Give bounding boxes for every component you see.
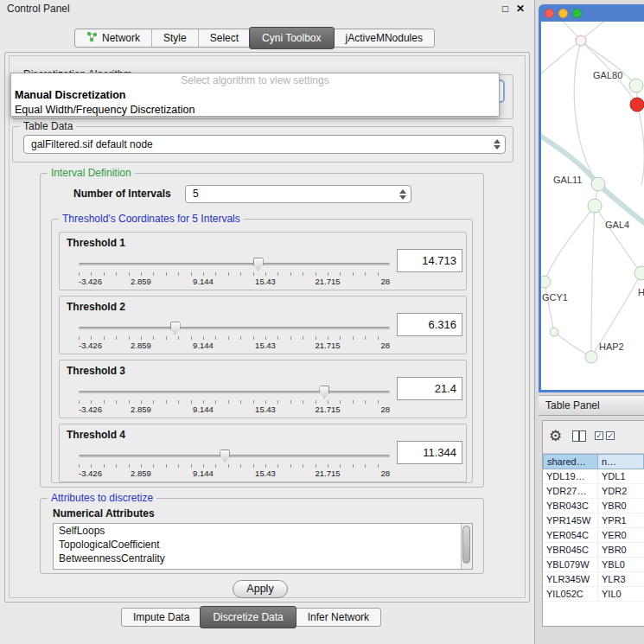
number-of-intervals-select[interactable]: 5: [185, 185, 411, 203]
node[interactable]: [576, 35, 586, 46]
list-scrollbar[interactable]: [461, 524, 472, 569]
close-window-icon[interactable]: ✕: [516, 3, 525, 15]
table-row[interactable]: YBR043C YBR0: [543, 499, 644, 513]
dropdown-option-manual[interactable]: Manual Discretization: [11, 88, 499, 103]
tab-style[interactable]: Style: [151, 29, 198, 47]
tab-select[interactable]: Select: [198, 29, 250, 47]
cell[interactable]: YBR045C: [543, 543, 598, 557]
cell[interactable]: YBL0: [598, 558, 644, 571]
list-item[interactable]: BetweennessCentrality: [54, 552, 472, 565]
window-title: Control Panel: [7, 3, 70, 15]
tab-label: Cyni Toolbox: [262, 32, 321, 44]
network-nodes: [541, 35, 644, 363]
threshold-2-slider-knob[interactable]: [170, 322, 181, 335]
group-title: Threshold's Coordinates for 5 Intervals: [59, 213, 244, 225]
tab-jactivemnodules[interactable]: jActiveMNodules: [334, 29, 434, 47]
node[interactable]: [550, 328, 558, 336]
column-header-name[interactable]: n…: [598, 454, 644, 469]
checkbox-icon[interactable]: ✓: [606, 431, 615, 440]
cell[interactable]: YBR0: [598, 499, 644, 513]
minimize-traffic-light[interactable]: [558, 9, 568, 18]
apply-button[interactable]: Apply: [233, 580, 288, 598]
slider-track[interactable]: [79, 263, 390, 265]
table-row[interactable]: YLR345W YLR3: [543, 572, 644, 587]
node-label-gal80: GAL80: [593, 70, 622, 80]
column-header-shared-name[interactable]: shared…: [543, 454, 598, 469]
slider-track[interactable]: [79, 391, 390, 393]
columns-icon[interactable]: [572, 430, 586, 442]
cell[interactable]: YDL19…: [543, 469, 598, 483]
node-gal11[interactable]: [591, 177, 605, 191]
node-red[interactable]: [630, 98, 644, 112]
threshold-3-slider[interactable]: [79, 385, 390, 399]
slider-scale: -3.426 2.859 9.144 15.43 21.715 28: [79, 469, 390, 478]
cell[interactable]: YER0: [598, 528, 644, 542]
dropdown-option-equal-width[interactable]: Equal Width/Frequency Discretization: [11, 103, 499, 118]
tab-label: Infer Network: [308, 611, 369, 623]
threshold-3-value-field[interactable]: 21.4: [397, 377, 462, 400]
scale-label: 9.144: [193, 341, 214, 350]
list-item[interactable]: TopologicalCoefficient: [54, 538, 472, 552]
table-row[interactable]: YIL052C YIL0: [543, 587, 644, 602]
cell[interactable]: YDR27…: [543, 484, 598, 498]
scale-label: 2.859: [131, 341, 151, 350]
cell[interactable]: YPR1: [598, 513, 644, 527]
table-row[interactable]: YBR045C YBR0: [543, 543, 644, 558]
table-row[interactable]: YDR27… YDR2: [543, 484, 644, 499]
cell[interactable]: YIL0: [598, 587, 644, 601]
zoom-traffic-light[interactable]: [572, 9, 582, 18]
list-item[interactable]: SelfLoops: [54, 524, 472, 538]
node-gcy1[interactable]: [541, 276, 551, 288]
table-body: YDL19… YDL1 YDR27… YDR2 YBR043C YBR0 YPR…: [543, 469, 644, 626]
threshold-2-slider[interactable]: [79, 321, 390, 335]
scale-label: 2.859: [131, 405, 151, 414]
scrollbar-thumb[interactable]: [462, 526, 470, 564]
tab-impute-data[interactable]: Impute Data: [122, 609, 201, 626]
float-window-icon[interactable]: □: [502, 3, 508, 15]
table-row[interactable]: YER054C YER0: [543, 528, 644, 543]
table-row[interactable]: YDL19… YDL1: [543, 469, 644, 484]
checkbox-icon[interactable]: ✓: [595, 431, 603, 440]
slider-track[interactable]: [79, 327, 390, 329]
close-traffic-light[interactable]: [545, 9, 554, 18]
scale-label: 28: [380, 405, 390, 414]
table-data-select[interactable]: galFiltered.sif default node: [23, 135, 506, 154]
tab-network[interactable]: Network: [75, 29, 151, 47]
cell[interactable]: YBL079W: [543, 558, 598, 571]
tab-cyni-toolbox[interactable]: Cyni Toolbox: [249, 27, 334, 49]
tab-discretize-data[interactable]: Discretize Data: [200, 606, 296, 628]
slider-track[interactable]: [79, 455, 390, 457]
dropdown-placeholder: Select algorithm to view settings: [11, 73, 499, 88]
threshold-3-slider-knob[interactable]: [319, 386, 329, 399]
cell[interactable]: YLR3: [598, 572, 644, 586]
threshold-4-value-field[interactable]: 11.344: [397, 441, 462, 464]
threshold-4-slider-knob[interactable]: [220, 450, 230, 462]
tab-infer-network[interactable]: Infer Network: [296, 609, 380, 626]
number-of-intervals-label: Number of Intervals: [73, 188, 171, 200]
node-hap2[interactable]: [585, 351, 597, 363]
gear-icon[interactable]: ⚙: [549, 427, 562, 445]
cell[interactable]: YDL1: [598, 469, 644, 483]
cell[interactable]: YPR145W: [543, 513, 598, 527]
node[interactable]: [629, 79, 643, 92]
threshold-2-value-field[interactable]: 6.316: [397, 313, 462, 336]
node-gal4[interactable]: [588, 199, 602, 213]
threshold-1-slider-knob[interactable]: [253, 258, 264, 271]
node-label-partial: H: [638, 287, 644, 297]
cell[interactable]: YBR043C: [543, 499, 598, 513]
network-canvas[interactable]: GAL80 GAL11 GAL4 GCY1 HAP2 H: [541, 22, 644, 390]
table-header-row: shared… n…: [543, 454, 644, 469]
scale-label: -3.426: [79, 277, 102, 286]
cell[interactable]: YER054C: [543, 528, 598, 542]
scale-label: 28: [380, 341, 390, 350]
cell[interactable]: YIL052C: [543, 587, 598, 601]
node[interactable]: [634, 266, 644, 280]
cell[interactable]: YBR0: [598, 543, 644, 557]
threshold-1-value-field[interactable]: 14.713: [397, 249, 462, 272]
cell[interactable]: YLR345W: [543, 572, 598, 586]
threshold-4-slider[interactable]: [79, 449, 390, 462]
table-row[interactable]: YPR145W YPR1: [543, 513, 644, 528]
cell[interactable]: YDR2: [598, 484, 644, 498]
table-row[interactable]: YBL079W YBL0: [543, 558, 644, 572]
threshold-1-slider[interactable]: [79, 257, 390, 271]
